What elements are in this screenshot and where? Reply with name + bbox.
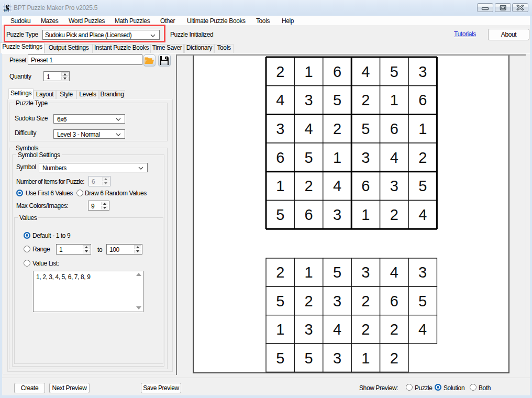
svg-text:3: 3	[390, 178, 398, 194]
svg-text:BPT: BPT	[4, 9, 9, 12]
svg-text:3: 3	[332, 349, 341, 366]
svg-text:5: 5	[418, 178, 427, 194]
svg-text:3: 3	[304, 321, 313, 338]
svg-text:3: 3	[418, 63, 427, 80]
svg-text:6: 6	[304, 206, 313, 223]
svg-text:1: 1	[361, 206, 370, 223]
svg-text:4: 4	[361, 63, 370, 80]
svg-text:2: 2	[390, 206, 398, 223]
svg-text:4: 4	[332, 178, 341, 194]
svg-text:2: 2	[361, 92, 370, 108]
svg-text:5: 5	[332, 264, 341, 281]
svg-text:6: 6	[390, 292, 398, 309]
svg-text:1: 1	[332, 149, 341, 165]
svg-text:5: 5	[418, 292, 427, 309]
svg-text:2: 2	[276, 63, 284, 80]
svg-text:1: 1	[304, 264, 313, 281]
svg-text:2: 2	[332, 120, 341, 137]
svg-text:5: 5	[332, 92, 341, 108]
svg-text:1: 1	[361, 349, 370, 366]
svg-text:3: 3	[361, 264, 370, 281]
svg-text:2: 2	[304, 292, 313, 309]
svg-text:4: 4	[304, 120, 313, 137]
svg-text:2: 2	[361, 321, 370, 338]
svg-text:1: 1	[276, 178, 284, 194]
svg-text:3: 3	[332, 292, 341, 309]
svg-text:2: 2	[418, 149, 427, 165]
svg-text:4: 4	[390, 264, 398, 281]
svg-text:5: 5	[276, 206, 284, 223]
svg-text:5: 5	[276, 292, 284, 309]
svg-text:5: 5	[304, 149, 313, 165]
svg-text:5: 5	[304, 349, 313, 366]
svg-text:4: 4	[390, 149, 398, 165]
svg-text:5: 5	[390, 63, 398, 80]
svg-text:2: 2	[276, 264, 284, 281]
svg-text:5: 5	[361, 120, 370, 137]
svg-text:2: 2	[304, 178, 313, 194]
svg-text:6: 6	[418, 92, 427, 108]
svg-text:3: 3	[418, 264, 427, 281]
svg-text:2: 2	[361, 292, 370, 309]
svg-text:6: 6	[276, 149, 284, 165]
svg-text:6: 6	[390, 120, 398, 137]
svg-text:1: 1	[418, 120, 427, 137]
svg-text:3: 3	[304, 92, 313, 108]
svg-text:3: 3	[276, 120, 284, 137]
svg-text:4: 4	[276, 92, 284, 108]
svg-text:2: 2	[390, 349, 398, 366]
svg-text:6: 6	[332, 63, 341, 80]
svg-text:5: 5	[276, 349, 284, 366]
svg-text:1: 1	[276, 321, 284, 338]
svg-text:4: 4	[418, 206, 427, 223]
svg-text:4: 4	[418, 321, 427, 338]
svg-text:2: 2	[390, 321, 398, 338]
svg-text:3: 3	[332, 206, 341, 223]
svg-text:1: 1	[304, 63, 313, 80]
svg-text:1: 1	[390, 92, 398, 108]
svg-text:4: 4	[332, 321, 341, 338]
svg-text:3: 3	[361, 149, 370, 165]
svg-text:6: 6	[361, 178, 370, 194]
